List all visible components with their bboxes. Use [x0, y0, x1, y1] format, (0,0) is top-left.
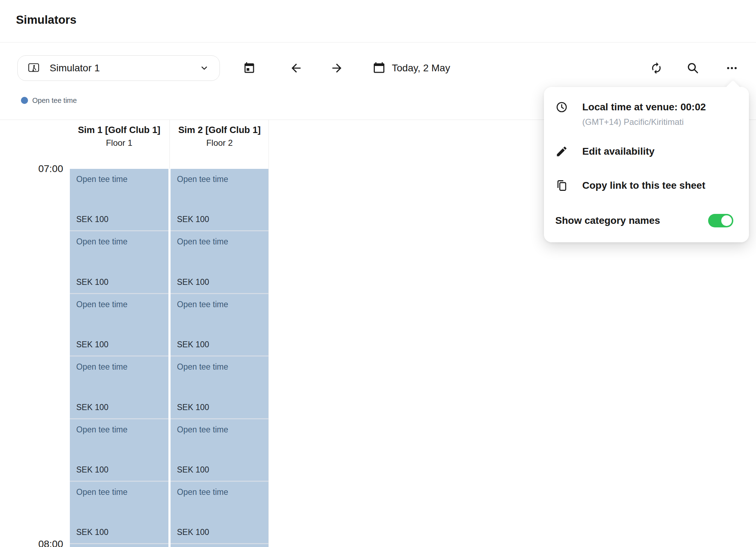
- slot-category-label: Open tee time: [177, 362, 228, 372]
- show-category-names-label: Show category names: [555, 215, 660, 226]
- slot-price: SEK 100: [76, 340, 109, 349]
- menu-item-edit-availability[interactable]: Edit availability: [544, 139, 749, 164]
- column-separator: [169, 120, 170, 169]
- time-label: 07:00: [0, 163, 63, 174]
- tee-time-slot[interactable]: Open tee timeSEK 100: [70, 419, 168, 481]
- slot-price: SEK 100: [177, 403, 209, 412]
- tee-time-slot[interactable]: Open tee timeSEK 100: [171, 419, 268, 481]
- tee-time-slot[interactable]: Open tee timeSEK 100: [171, 544, 268, 547]
- tee-time-slot[interactable]: Open tee timeSEK 100: [70, 231, 168, 293]
- menu-item-local-time: Local time at venue: 00:02 (GMT+14) Paci…: [555, 100, 706, 127]
- tee-time-slot[interactable]: Open tee timeSEK 100: [171, 357, 268, 418]
- copy-icon: [555, 179, 568, 192]
- slot-category-label: Open tee time: [177, 175, 228, 184]
- next-day-button[interactable]: [329, 60, 345, 76]
- date-label: Today, 2 May: [392, 62, 450, 74]
- refresh-button[interactable]: [649, 60, 664, 76]
- slot-category-label: Open tee time: [177, 237, 228, 247]
- tee-time-slot[interactable]: Open tee timeSEK 100: [70, 294, 168, 355]
- menu-item-label: Copy link to this tee sheet: [582, 178, 705, 193]
- toggle-knob: [721, 215, 732, 226]
- slot-price: SEK 100: [76, 527, 109, 537]
- slot-category-label: Open tee time: [76, 362, 127, 372]
- slot-category-label: Open tee time: [76, 487, 127, 497]
- menu-item-show-category-names: Show category names: [544, 207, 749, 234]
- chevron-down-icon: [199, 63, 210, 73]
- show-category-names-toggle[interactable]: [708, 214, 733, 227]
- clock-icon: [555, 101, 568, 127]
- tee-time-slot[interactable]: Open tee timeSEK 100: [171, 294, 268, 355]
- menu-item-copy-link[interactable]: Copy link to this tee sheet: [544, 173, 749, 198]
- grid-right-border: [268, 120, 269, 547]
- slot-price: SEK 100: [76, 215, 109, 224]
- arrow-left-icon: [289, 61, 303, 75]
- calendar-today-button[interactable]: [241, 60, 257, 76]
- slot-category-label: Open tee time: [177, 425, 228, 435]
- more-options-icon: [726, 62, 738, 74]
- date-display[interactable]: Today, 2 May: [373, 60, 450, 76]
- header-divider: [0, 42, 756, 43]
- slot-price: SEK 100: [76, 277, 109, 287]
- slot-category-label: Open tee time: [76, 175, 127, 184]
- slot-price: SEK 100: [76, 465, 109, 475]
- calendar-today-icon: [243, 62, 256, 74]
- column-sim1-slots: Open tee timeSEK 100Open tee timeSEK 100…: [70, 169, 168, 547]
- prev-day-button[interactable]: [288, 60, 304, 76]
- menu-item-label: Edit availability: [582, 144, 655, 159]
- more-options-menu: Local time at venue: 00:02 (GMT+14) Paci…: [544, 87, 749, 242]
- slot-price: SEK 100: [177, 340, 209, 349]
- arrow-right-icon: [330, 61, 344, 75]
- tee-time-slot[interactable]: Open tee timeSEK 100: [70, 544, 168, 547]
- more-options-button[interactable]: [724, 60, 740, 76]
- calendar-icon: [373, 62, 385, 74]
- column-header-sim1: Sim 1 [Golf Club 1] Floor 1: [70, 120, 168, 169]
- column-header-sim2: Sim 2 [Golf Club 1] Floor 2: [171, 120, 268, 169]
- slot-price: SEK 100: [177, 527, 209, 537]
- local-time-title: Local time at venue: 00:02: [582, 100, 706, 114]
- slot-price: SEK 100: [177, 465, 209, 475]
- column-floor: Floor 1: [70, 137, 168, 149]
- tee-time-slot[interactable]: Open tee timeSEK 100: [171, 231, 268, 293]
- slot-category-label: Open tee time: [76, 237, 127, 247]
- tee-time-slot[interactable]: Open tee timeSEK 100: [70, 482, 168, 543]
- column-sim2-slots: Open tee timeSEK 100Open tee timeSEK 100…: [171, 169, 268, 547]
- slot-price: SEK 100: [177, 215, 209, 224]
- column-floor: Floor 2: [171, 137, 268, 149]
- slot-category-label: Open tee time: [177, 487, 228, 497]
- local-time-subtitle: (GMT+14) Pacific/Kiritimati: [582, 117, 706, 127]
- search-button[interactable]: [685, 60, 701, 76]
- tee-time-slot[interactable]: Open tee timeSEK 100: [171, 169, 268, 230]
- tee-time-slot[interactable]: Open tee timeSEK 100: [171, 482, 268, 543]
- tee-time-slot[interactable]: Open tee timeSEK 100: [70, 357, 168, 418]
- column-name: Sim 2 [Golf Club 1]: [174, 123, 265, 137]
- time-label: 08:00: [0, 538, 63, 547]
- slot-category-label: Open tee time: [76, 425, 127, 435]
- slot-category-label: Open tee time: [177, 300, 228, 309]
- tee-time-slot[interactable]: Open tee timeSEK 100: [70, 169, 168, 230]
- search-icon: [686, 62, 699, 74]
- refresh-icon: [650, 62, 663, 74]
- slot-price: SEK 100: [76, 403, 109, 412]
- slot-price: SEK 100: [177, 277, 209, 287]
- column-name: Sim 1 [Golf Club 1]: [73, 123, 165, 137]
- pencil-icon: [555, 145, 568, 158]
- slot-category-label: Open tee time: [76, 300, 127, 309]
- time-axis: 07:0008:00: [0, 0, 63, 547]
